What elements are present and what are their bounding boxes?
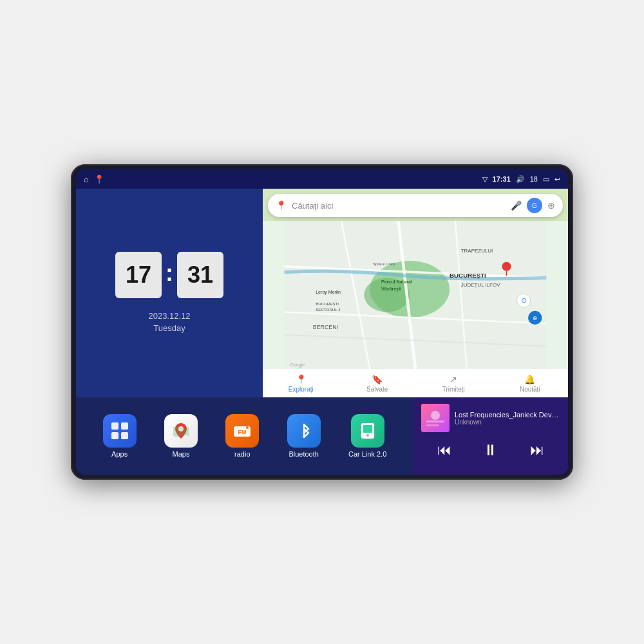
svg-text:SECTORUL 4: SECTORUL 4	[316, 307, 341, 312]
music-thumbnail	[421, 404, 450, 432]
radio-label: radio	[234, 450, 250, 458]
svg-text:Splaiui Unirii: Splaiui Unirii	[373, 261, 395, 266]
clock-hour: 17	[115, 252, 162, 298]
back-icon[interactable]: ↩	[554, 175, 560, 184]
svg-rect-35	[363, 425, 372, 433]
map-search-placeholder[interactable]: Căutați aici	[292, 201, 506, 211]
status-bar: ⌂ 📍 ▽ 17:31 🔊 18 ▭ ↩	[76, 169, 568, 189]
apps-section: Apps Maps	[76, 397, 413, 475]
map-nav-news[interactable]: 🔔 Noutăți	[492, 374, 569, 393]
svg-rect-40	[426, 424, 439, 426]
music-next-button[interactable]: ⏭	[525, 439, 549, 461]
music-top: Lost Frequencies_Janieck Devy-... Unknow…	[421, 404, 560, 432]
map-nav-saved[interactable]: 🔖 Salvate	[339, 374, 416, 393]
svg-text:Parcul Natural: Parcul Natural	[381, 279, 412, 284]
music-title: Lost Frequencies_Janieck Devy-...	[455, 411, 560, 419]
svg-point-36	[366, 434, 369, 437]
news-icon: 🔔	[524, 374, 535, 384]
app-icon-bluetooth[interactable]: Bluetooth	[287, 414, 321, 458]
svg-text:Google: Google	[290, 363, 305, 368]
top-section: 17 : 31 2023.12.12 Tuesday 📍 Căutați aic…	[76, 189, 568, 397]
svg-rect-39	[426, 421, 444, 422]
apps-icon-img	[103, 414, 137, 448]
explore-label: Explorați	[289, 386, 314, 393]
music-prev-button[interactable]: ⏮	[432, 439, 457, 461]
svg-point-19	[502, 262, 511, 271]
svg-text:BUCUREȘTI: BUCUREȘTI	[316, 301, 339, 306]
svg-rect-26	[111, 422, 118, 430]
home-icon[interactable]: ⌂	[84, 175, 89, 184]
app-icon-maps[interactable]: Maps	[164, 414, 198, 458]
time-display: 17:31	[493, 175, 511, 183]
svg-point-33	[246, 426, 249, 429]
app-icon-apps[interactable]: Apps	[103, 414, 137, 458]
mic-icon[interactable]: 🎤	[511, 200, 522, 211]
map-pin-icon: 📍	[276, 200, 287, 211]
svg-text:BERCENI: BERCENI	[313, 324, 338, 330]
carlink-icon-img	[351, 414, 384, 448]
bluetooth-label: Bluetooth	[289, 450, 318, 458]
maps-shortcut-icon[interactable]: 📍	[94, 175, 104, 184]
bottom-section: Apps Maps	[76, 397, 568, 475]
car-head-unit: ⌂ 📍 ▽ 17:31 🔊 18 ▭ ↩ 17 :	[71, 164, 573, 480]
app-icon-radio[interactable]: FM radio	[225, 414, 259, 458]
music-artist: Unknown	[455, 419, 560, 426]
saved-icon: 🔖	[372, 374, 383, 384]
map-search-bar[interactable]: 📍 Căutați aici 🎤 G ⊕	[268, 194, 563, 217]
svg-text:⊙: ⊙	[521, 296, 527, 304]
app-icon-carlink[interactable]: Car Link 2.0	[348, 414, 386, 458]
music-controls: ⏮ ⏸ ⏭	[421, 436, 560, 464]
clock-widget: 17 : 31 2023.12.12 Tuesday	[76, 189, 263, 397]
status-right-info: ▽ 17:31 🔊 18 ▭ ↩	[482, 175, 560, 184]
svg-text:JUDEȚUL ILFOV: JUDEȚUL ILFOV	[461, 282, 500, 288]
svg-rect-29	[121, 432, 128, 439]
map-nav-send[interactable]: ↗ Trimiteți	[415, 374, 492, 393]
svg-text:⊕: ⊕	[533, 315, 538, 321]
carlink-label: Car Link 2.0	[348, 450, 386, 458]
send-label: Trimiteți	[442, 386, 465, 393]
map-bottom-nav: 📍 Explorați 🔖 Salvate ↗ Trimiteți 🔔	[263, 369, 568, 397]
battery-icon: ▭	[543, 175, 549, 184]
device-screen: ⌂ 📍 ▽ 17:31 🔊 18 ▭ ↩ 17 :	[76, 169, 568, 475]
svg-text:Văcărești: Văcărești	[381, 287, 401, 292]
clock-minute: 31	[177, 252, 223, 298]
status-left-icons: ⌂ 📍	[84, 175, 104, 184]
map-widget[interactable]: 📍 Căutați aici 🎤 G ⊕	[263, 189, 568, 397]
svg-point-38	[431, 411, 440, 420]
svg-text:BUCUREȘTI: BUCUREȘTI	[450, 272, 486, 279]
music-play-pause-button[interactable]: ⏸	[478, 439, 504, 462]
svg-rect-28	[111, 432, 118, 439]
maps-label: Maps	[173, 450, 190, 458]
clock-date: 2023.12.12 Tuesday	[148, 310, 190, 335]
explore-icon: 📍	[296, 374, 307, 384]
bluetooth-icon-img	[287, 414, 321, 448]
music-player: Lost Frequencies_Janieck Devy-... Unknow…	[413, 397, 568, 475]
svg-text:FM: FM	[238, 429, 247, 435]
signal-icon: ▽	[482, 175, 488, 184]
saved-label: Salvate	[366, 386, 388, 393]
main-content: 17 : 31 2023.12.12 Tuesday 📍 Căutați aic…	[76, 189, 568, 475]
music-info: Lost Frequencies_Janieck Devy-... Unknow…	[455, 411, 560, 426]
radio-icon-img: FM	[225, 414, 259, 448]
apps-label: Apps	[111, 450, 128, 458]
svg-text:Leroy Merlin: Leroy Merlin	[316, 290, 341, 295]
map-nav-explore[interactable]: 📍 Explorați	[263, 374, 339, 393]
user-avatar[interactable]: G	[527, 198, 542, 213]
svg-rect-27	[121, 422, 128, 430]
volume-level: 18	[530, 175, 538, 183]
clock-display: 17 : 31	[115, 252, 223, 298]
clock-colon: :	[166, 260, 173, 287]
volume-icon: 🔊	[516, 175, 525, 184]
layers-icon[interactable]: ⊕	[547, 200, 555, 211]
maps-icon-img	[164, 414, 198, 448]
news-label: Noutăți	[520, 386, 540, 393]
map-background: BUCUREȘTI JUDEȚUL ILFOV BERCENI TRAPEZUL…	[263, 221, 568, 369]
send-icon: ↗	[450, 374, 457, 384]
svg-text:TRAPEZULUI: TRAPEZULUI	[461, 248, 493, 254]
